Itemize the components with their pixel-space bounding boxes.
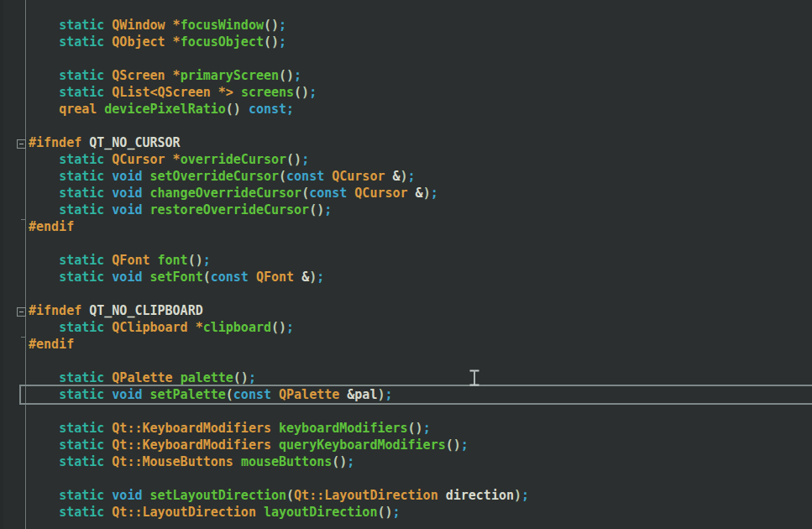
token-sc: ; xyxy=(324,202,332,217)
code-line-2[interactable]: static QObject *focusObject(); xyxy=(0,34,812,50)
token-pp: #ifndef xyxy=(29,135,89,150)
token-fn: overrideCursor xyxy=(181,152,286,167)
code-line-23[interactable]: static void setPalette(const QPalette &p… xyxy=(0,386,812,403)
token-sc: ; xyxy=(301,152,309,167)
token-br: () xyxy=(188,253,203,268)
code-line-31[interactable] xyxy=(0,521,812,529)
token-ws xyxy=(29,85,59,100)
code-line-18[interactable]: #ifndef QT_NO_CLIPBOARD xyxy=(0,302,812,319)
token-pl: & xyxy=(393,169,401,184)
code-line-9[interactable]: static QCursor *overrideCursor(); xyxy=(0,151,812,168)
code-line-13[interactable]: #endif xyxy=(0,218,812,235)
token-ty: Qt::LayoutDirection xyxy=(112,505,264,520)
code-line-7[interactable] xyxy=(0,118,812,134)
token-ws xyxy=(29,437,59,453)
code-line-30[interactable]: static Qt::LayoutDirection layoutDirecti… xyxy=(0,504,812,521)
token-kw: static xyxy=(59,34,112,50)
code-line-21[interactable] xyxy=(0,353,812,369)
token-br: () xyxy=(294,85,309,100)
token-br: ) xyxy=(423,186,431,201)
token-sc: ; xyxy=(286,320,294,335)
token-ty: * xyxy=(173,34,181,50)
token-ws xyxy=(29,202,59,217)
token-ty: QScreen xyxy=(112,68,172,83)
token-kw: static xyxy=(59,202,112,217)
token-fn: layoutDirection xyxy=(264,505,377,520)
token-ty: QCursor xyxy=(112,152,172,167)
code-line-15[interactable]: static QFont font(); xyxy=(0,252,812,269)
code-editor: static QWindow *focusWindow(); static QO… xyxy=(0,0,812,529)
token-br: ( xyxy=(279,169,286,184)
token-fn: primaryScreen xyxy=(181,68,279,83)
token-kw: static xyxy=(59,186,112,201)
code-line-14[interactable] xyxy=(0,235,812,252)
token-fn: setLayoutDirection xyxy=(150,488,287,503)
token-kw: static xyxy=(59,152,112,167)
code-line-10[interactable]: static void setOverrideCursor(const QCur… xyxy=(0,168,812,185)
token-kw: static xyxy=(59,370,112,385)
code-area[interactable]: static QWindow *focusWindow(); static QO… xyxy=(0,17,812,529)
token-kw: static xyxy=(59,169,112,184)
code-line-16[interactable]: static void setFont(const QFont &); xyxy=(0,269,812,285)
token-br: ) xyxy=(514,488,521,503)
token-br: () xyxy=(264,34,279,50)
code-line-3[interactable] xyxy=(0,50,812,67)
code-line-4[interactable]: static QScreen *primaryScreen(); xyxy=(0,67,812,84)
token-br: () xyxy=(309,202,324,217)
token-def: QT_NO_CLIPBOARD xyxy=(89,303,202,318)
token-sc: ; xyxy=(423,421,431,436)
code-line-12[interactable]: static void restoreOverrideCursor(); xyxy=(0,202,812,218)
token-br: ( xyxy=(301,186,309,201)
code-line-1[interactable]: static QWindow *focusWindow(); xyxy=(0,17,812,34)
token-sc: ; xyxy=(286,102,294,117)
token-sc: ; xyxy=(431,186,438,201)
token-ws xyxy=(29,102,59,117)
token-ws xyxy=(29,488,59,503)
token-kt: const xyxy=(249,102,286,117)
code-line-28[interactable] xyxy=(0,470,812,487)
token-fn: setOverrideCursor xyxy=(150,169,280,184)
token-sc: ; xyxy=(521,488,529,503)
token-fn: focusWindow xyxy=(181,18,264,33)
code-line-26[interactable]: static Qt::KeyboardModifiers queryKeyboa… xyxy=(0,437,812,453)
token-fn: clipboard xyxy=(203,320,271,335)
token-ty: QFont xyxy=(256,270,301,285)
token-ty: QClipboard xyxy=(112,320,195,335)
code-line-20[interactable]: #endif xyxy=(0,336,812,353)
code-line-5[interactable]: static QList<QScreen *> screens(); xyxy=(0,84,812,101)
token-def: QT_NO_CURSOR xyxy=(89,135,180,150)
token-ws xyxy=(29,68,59,83)
code-line-22[interactable]: static QPalette palette(); xyxy=(0,369,812,386)
token-pl: & xyxy=(416,186,423,201)
code-line-19[interactable]: static QClipboard *clipboard(); xyxy=(0,319,812,336)
code-line-8[interactable]: #ifndef QT_NO_CURSOR xyxy=(0,134,812,151)
token-sc: ; xyxy=(385,387,392,402)
token-ty: QPalette xyxy=(112,370,180,385)
token-br: ) xyxy=(309,270,317,285)
token-kt: const xyxy=(286,169,332,184)
token-ws xyxy=(29,505,59,520)
code-line-17[interactable] xyxy=(0,285,812,302)
token-ws xyxy=(29,454,59,469)
token-br: () xyxy=(286,152,301,167)
code-line-25[interactable]: static Qt::KeyboardModifiers keyboardMod… xyxy=(0,420,812,437)
token-ty: * xyxy=(196,320,203,335)
token-fn: screens xyxy=(241,85,294,100)
token-fn: focusObject xyxy=(181,34,264,50)
code-line-11[interactable]: static void changeOverrideCursor(const Q… xyxy=(0,185,812,202)
code-line-29[interactable]: static void setLayoutDirection(Qt::Layou… xyxy=(0,487,812,504)
code-line-6[interactable]: qreal devicePixelRatio() const; xyxy=(0,101,812,118)
token-ws xyxy=(29,169,59,184)
code-line-24[interactable] xyxy=(0,403,812,420)
token-kw: static xyxy=(59,18,112,33)
token-kt: void xyxy=(112,202,149,217)
token-kw: static xyxy=(59,253,112,268)
token-pp: #ifndef xyxy=(29,303,89,318)
token-br: () xyxy=(446,437,461,453)
token-kw: static xyxy=(59,454,112,469)
token-sc: ; xyxy=(408,169,416,184)
token-kt: void xyxy=(112,488,149,503)
code-line-27[interactable]: static Qt::MouseButtons mouseButtons(); xyxy=(0,453,812,470)
token-ty: * xyxy=(173,152,181,167)
token-ty: qreal xyxy=(59,102,104,117)
